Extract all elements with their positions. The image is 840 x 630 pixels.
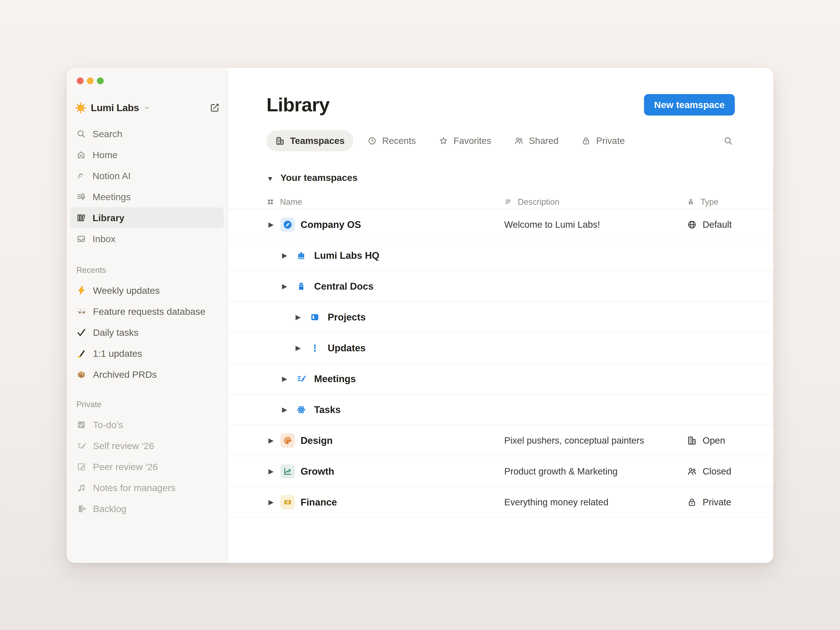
door-exit-icon <box>76 504 87 514</box>
expand-row-icon[interactable] <box>267 436 276 445</box>
table-row[interactable]: Updates <box>228 333 773 363</box>
minimize-window-button[interactable] <box>87 77 94 84</box>
sidebar-item-label: Inbox <box>93 234 115 244</box>
teamspace-name[interactable]: Updates <box>328 343 366 354</box>
tab-teamspaces[interactable]: Teamspaces <box>267 130 353 152</box>
teamspace-description: Product growth & Marketing <box>504 456 617 486</box>
table-row[interactable]: Design Pixel pushers, conceptual painter… <box>228 425 773 456</box>
teamspace-name[interactable]: Meetings <box>314 373 356 384</box>
teamspace-name[interactable]: Design <box>300 435 333 446</box>
tab-shared[interactable]: Shared <box>505 130 567 152</box>
writing-hand-icon <box>76 349 87 358</box>
lines-icon <box>504 198 512 206</box>
teamspace-description: Welcome to Lumi Labs! <box>504 209 600 240</box>
expand-row-icon[interactable] <box>267 467 276 475</box>
tab-label: Shared <box>529 136 559 146</box>
table-row[interactable]: Projects <box>228 302 773 333</box>
tab-recents[interactable]: Recents <box>358 130 425 152</box>
new-page-button[interactable] <box>208 101 222 115</box>
sidebar-item-label: Notion AI <box>93 171 131 182</box>
workspace-switcher[interactable]: Lumi Labs <box>73 100 153 115</box>
lightning-icon <box>76 286 87 295</box>
sidebar-item-label: Daily tasks <box>93 327 139 338</box>
home-icon <box>76 150 86 160</box>
sun-icon <box>75 102 87 114</box>
sidebar-item-search[interactable]: Search <box>71 123 224 144</box>
tab-label: Teamspaces <box>290 136 344 146</box>
tab-private[interactable]: Private <box>573 130 633 152</box>
table-row[interactable]: Growth Product growth & Marketing Closed <box>228 456 773 487</box>
sidebar-item-library[interactable]: Library <box>71 207 224 228</box>
sidebar-item-peer-review[interactable]: Peer review ‘26 <box>71 456 224 477</box>
teamspace-emoji <box>280 218 295 232</box>
exclamation-icon <box>310 343 320 353</box>
table-row[interactable]: Lumi Labs HQ <box>228 240 773 271</box>
table-row[interactable]: Central Docs <box>228 271 773 302</box>
expand-row-icon[interactable] <box>280 375 289 383</box>
star-icon <box>439 136 448 146</box>
sidebar-item-archived-prds[interactable]: Archived PRDs <box>71 364 224 385</box>
teamspace-type: Private <box>687 487 731 517</box>
grid-icon <box>267 198 274 206</box>
app-window: Lumi Labs Search <box>67 68 773 563</box>
sidebar-item-weekly-updates[interactable]: Weekly updates <box>71 280 224 301</box>
teamspace-name[interactable]: Growth <box>300 466 334 477</box>
sidebar-item-notion-ai[interactable]: Notion AI <box>71 165 224 186</box>
sidebar-item-label: Self review ‘26 <box>93 441 154 451</box>
library-icon <box>76 213 86 223</box>
search-teamspaces-button[interactable] <box>722 134 735 147</box>
expand-row-icon[interactable] <box>267 221 276 229</box>
teamspace-name[interactable]: Lumi Labs HQ <box>314 250 379 261</box>
table-row[interactable]: Company OS Welcome to Lumi Labs! Default <box>228 209 773 240</box>
teamspace-name[interactable]: Tasks <box>314 404 341 415</box>
sidebar-item-home[interactable]: Home <box>71 144 224 165</box>
expand-row-icon[interactable] <box>280 406 289 414</box>
sidebar-item-label: Peer review ‘26 <box>93 461 158 472</box>
expand-row-icon[interactable] <box>294 313 303 321</box>
new-teamspace-button[interactable]: New teamspace <box>644 94 735 115</box>
zoom-window-button[interactable] <box>97 77 104 84</box>
expand-row-icon[interactable] <box>280 251 289 259</box>
sidebar-item-self-review[interactable]: Self review ‘26 <box>71 435 224 456</box>
table-row[interactable]: Finance Everything money related Private <box>228 487 773 518</box>
sidebar-item-notes-for-managers[interactable]: Notes for managers <box>71 477 224 498</box>
sidebar-item-daily-tasks[interactable]: Daily tasks <box>71 322 224 343</box>
page-title: Library <box>267 94 330 116</box>
banknote-icon <box>283 497 293 507</box>
tab-favorites[interactable]: Favorites <box>430 130 500 152</box>
sidebar-nav: Search Home Notion AI <box>67 123 228 249</box>
globe-icon <box>687 219 697 230</box>
teamspace-emoji <box>308 310 322 324</box>
sidebar-item-feature-requests[interactable]: Feature requests database <box>71 301 224 322</box>
music-note-icon <box>76 483 87 493</box>
sidebar-item-backlog[interactable]: Backlog <box>71 498 224 519</box>
sidebar-item-todos[interactable]: To-do’s <box>71 414 224 435</box>
teamspace-name[interactable]: Projects <box>328 312 366 323</box>
sidebar-item-label: Feature requests database <box>93 306 205 317</box>
teamspace-name[interactable]: Company OS <box>300 219 361 230</box>
teamspace-name[interactable]: Central Docs <box>314 281 373 292</box>
table-row[interactable]: Tasks <box>228 395 773 425</box>
your-teamspaces-toggle[interactable]: Your teamspaces <box>267 172 735 183</box>
sidebar-item-label: Meetings <box>93 192 131 202</box>
expand-row-icon[interactable] <box>267 498 276 506</box>
expand-row-icon[interactable] <box>294 344 303 352</box>
sidebar-item-meetings[interactable]: Meetings <box>71 186 224 207</box>
sidebar-item-label: Search <box>93 129 122 139</box>
table-row[interactable]: Meetings <box>228 363 773 395</box>
sidebar-item-inbox[interactable]: Inbox <box>71 228 224 249</box>
inbox-icon <box>76 234 86 244</box>
close-window-button[interactable] <box>77 77 84 84</box>
sidebar-item-11-updates[interactable]: 1:1 updates <box>71 343 224 364</box>
compose-icon <box>209 103 220 113</box>
square-pencil-icon <box>76 462 87 472</box>
table-header: Name Description <box>228 195 773 209</box>
checkbox-icon <box>76 420 87 430</box>
notes-pencil-icon <box>296 374 306 384</box>
teamspace-emoji <box>308 341 322 355</box>
teamspace-description: Everything money related <box>504 487 608 517</box>
notion-ai-icon <box>76 171 86 181</box>
teamspace-emoji <box>294 372 308 386</box>
expand-row-icon[interactable] <box>280 282 289 290</box>
teamspace-name[interactable]: Finance <box>300 497 337 508</box>
